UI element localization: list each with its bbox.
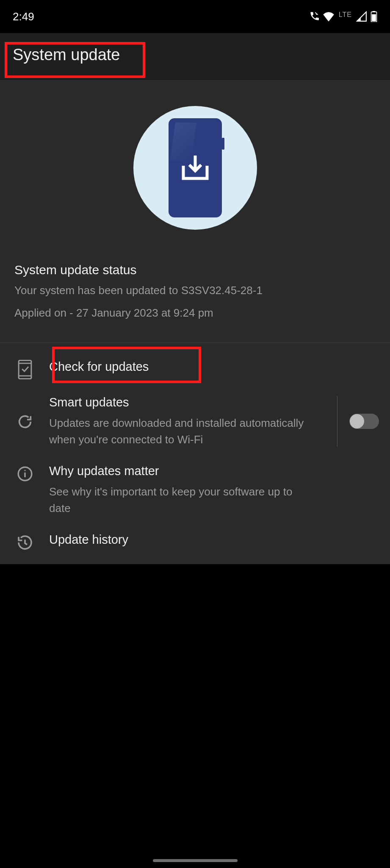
why-updates-label: Why updates matter bbox=[49, 463, 379, 479]
update-graphic bbox=[133, 106, 257, 230]
status-icons: LTE bbox=[308, 11, 377, 22]
hero-section: System update status Your system has bee… bbox=[0, 81, 390, 343]
smart-updates-row[interactable]: Smart updates Updates are downloaded and… bbox=[0, 387, 390, 456]
svg-point-6 bbox=[24, 470, 25, 471]
why-updates-subtitle: See why it's important to keep your soft… bbox=[49, 484, 312, 517]
status-bar: 2:49 LTE bbox=[0, 0, 390, 33]
signal-icon bbox=[356, 11, 367, 22]
wifi-calling-icon bbox=[308, 11, 319, 22]
phone-check-icon bbox=[15, 360, 35, 379]
page-title: System update bbox=[13, 46, 377, 64]
info-icon bbox=[15, 464, 35, 484]
vertical-divider bbox=[337, 396, 337, 447]
battery-icon bbox=[371, 11, 377, 22]
check-for-updates-row[interactable]: Check for updates bbox=[0, 351, 390, 387]
status-applied: Applied on - 27 January 2023 at 9:24 pm bbox=[14, 306, 376, 320]
smart-updates-control bbox=[337, 396, 379, 447]
update-history-row[interactable]: Update history bbox=[0, 524, 390, 560]
header: System update bbox=[0, 33, 390, 81]
history-icon bbox=[15, 533, 35, 552]
home-indicator[interactable] bbox=[153, 859, 238, 862]
svg-rect-2 bbox=[372, 14, 376, 22]
settings-list: Check for updates Smart updates Updates … bbox=[0, 343, 390, 564]
smart-updates-toggle[interactable] bbox=[349, 414, 379, 429]
wifi-icon bbox=[323, 11, 335, 22]
smart-updates-subtitle: Updates are downloaded and installed aut… bbox=[49, 415, 312, 448]
network-type-label: LTE bbox=[339, 11, 352, 19]
update-history-label: Update history bbox=[49, 532, 379, 548]
refresh-icon bbox=[15, 412, 35, 431]
status-title: System update status bbox=[14, 263, 376, 277]
status-time: 2:49 bbox=[13, 10, 34, 23]
status-version: Your system has been updated to S3SV32.4… bbox=[14, 283, 376, 298]
check-for-updates-label: Check for updates bbox=[49, 359, 379, 375]
why-updates-matter-row[interactable]: Why updates matter See why it's importan… bbox=[0, 456, 390, 524]
smart-updates-label: Smart updates bbox=[49, 395, 318, 411]
